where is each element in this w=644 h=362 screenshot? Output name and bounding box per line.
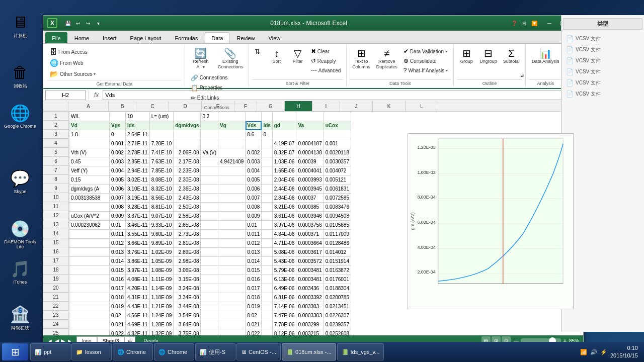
text-to-columns-btn[interactable]: ⊞ Text toColumns bbox=[350, 47, 373, 71]
panel-file-item[interactable]: 📄VCSV 文件 bbox=[563, 45, 642, 55]
cell-15-9[interactable]: 4.71E-06 bbox=[272, 239, 296, 248]
cell-1-0[interactable]: W/L bbox=[69, 112, 110, 121]
cell-18-8[interactable] bbox=[262, 266, 272, 275]
cell-11-11[interactable]: 0.0083476 bbox=[324, 203, 351, 212]
cell-10-4[interactable]: 2.43E-08 bbox=[174, 194, 201, 203]
cell-20-10[interactable]: 0.003436 bbox=[296, 284, 324, 293]
cell-1-3[interactable]: L= (um) bbox=[149, 112, 174, 121]
row-header-9[interactable]: 9 bbox=[43, 184, 68, 193]
cell-3-3[interactable] bbox=[149, 130, 174, 139]
cell-13-7[interactable]: 0.01 bbox=[246, 221, 262, 230]
cell-19-2[interactable]: 4.08E-11 bbox=[126, 275, 150, 284]
cell-14-4[interactable]: 2.73E-08 bbox=[174, 230, 201, 239]
cell-18-4[interactable]: 3.06E-08 bbox=[174, 266, 201, 275]
cell-20-4[interactable]: 3.24E-08 bbox=[174, 284, 201, 293]
cell-22-3[interactable]: 1.21E-09 bbox=[149, 302, 174, 311]
cell-7-7[interactable]: 0.004 bbox=[246, 166, 262, 175]
cell-6-9[interactable]: 1.03E-06 bbox=[272, 157, 296, 166]
cell-8-5[interactable] bbox=[201, 175, 218, 185]
header-cell-5[interactable] bbox=[201, 121, 218, 130]
row-header-11[interactable]: 11 bbox=[43, 202, 68, 211]
cell-4-3[interactable]: 7.20E-10 bbox=[149, 139, 174, 148]
cell-3-1[interactable]: 0 bbox=[110, 130, 126, 139]
cell-5-10[interactable]: 0.0004138 bbox=[296, 148, 324, 157]
cell-12-1[interactable]: 0.009 bbox=[110, 212, 126, 221]
cell-12-7[interactable]: 0.009 bbox=[246, 212, 262, 221]
cell-9-5[interactable] bbox=[201, 185, 218, 194]
cell-22-6[interactable] bbox=[218, 302, 246, 311]
row-header-7[interactable]: 7 bbox=[43, 166, 68, 175]
cell-5-5[interactable]: Va (V) bbox=[201, 148, 218, 157]
cell-7-6[interactable] bbox=[218, 166, 246, 175]
cell-12-0[interactable]: uCox (A/V^2 bbox=[69, 212, 110, 221]
cell-24-9[interactable]: 7.78E-06 bbox=[272, 320, 296, 329]
cell-24-5[interactable] bbox=[201, 320, 218, 329]
cell-22-10[interactable]: 0.003303 bbox=[296, 302, 324, 311]
start-button[interactable]: ⊞ bbox=[2, 343, 28, 360]
cell-7-10[interactable]: 0.0004041 bbox=[296, 166, 324, 175]
row-header-21[interactable]: 21 bbox=[43, 293, 68, 302]
cell-5-6[interactable] bbox=[218, 148, 246, 157]
cell-14-7[interactable]: 0.011 bbox=[246, 230, 262, 239]
formula-input[interactable] bbox=[103, 90, 581, 100]
ungroup-btn[interactable]: ⊟ Ungroup bbox=[477, 47, 500, 66]
cell-10-10[interactable]: 0.00037 bbox=[296, 194, 324, 203]
cell-9-8[interactable] bbox=[262, 185, 272, 194]
cell-7-11[interactable]: 0.004072 bbox=[324, 166, 351, 175]
header-cell-6[interactable]: Vg bbox=[218, 121, 246, 130]
desktop-icon-Google-Chrome[interactable]: 🌐Google Chrome bbox=[0, 101, 40, 132]
cell-23-1[interactable]: 0.02 bbox=[110, 311, 126, 320]
panel-file-item[interactable]: 📄VCSV 文件 bbox=[563, 67, 642, 77]
cell-19-3[interactable]: 1.11E-09 bbox=[149, 275, 174, 284]
cell-12-9[interactable]: 3.61E-06 bbox=[272, 212, 296, 221]
row-header-10[interactable]: 10 bbox=[43, 193, 68, 202]
cell-11-7[interactable]: 0.008 bbox=[246, 203, 262, 212]
panel-file-item[interactable]: 📄VCSV 文件 bbox=[563, 34, 642, 44]
tab-view[interactable]: View bbox=[262, 32, 287, 43]
cell-25-2[interactable]: 4.82E-11 bbox=[126, 329, 150, 336]
cell-8-8[interactable] bbox=[262, 175, 272, 185]
taskbar-item-018umxlsx[interactable]: 📗018um.xlsx -... bbox=[282, 343, 336, 360]
cell-23-6[interactable] bbox=[218, 311, 246, 320]
cell-15-3[interactable]: 9.89E-10 bbox=[149, 239, 174, 248]
cell-7-2[interactable]: 2.94E-11 bbox=[126, 166, 150, 175]
header-cell-2[interactable]: Ids bbox=[126, 121, 150, 130]
cell-8-4[interactable]: 2.30E-08 bbox=[174, 175, 201, 185]
taskbar-item-Idsvgsv[interactable]: 📗Ids_vgs_v... bbox=[337, 343, 384, 360]
cell-17-5[interactable] bbox=[201, 257, 218, 266]
cell-22-5[interactable] bbox=[201, 302, 218, 311]
cell-3-6[interactable] bbox=[218, 130, 246, 139]
cell-25-3[interactable]: 1.32E-09 bbox=[149, 329, 174, 336]
save-quick-btn[interactable]: 💾 bbox=[63, 19, 72, 28]
row-header-1[interactable]: 1 bbox=[43, 112, 68, 121]
cell-3-8[interactable]: 0 bbox=[262, 130, 272, 139]
cell-8-10[interactable]: 0.0003993 bbox=[296, 175, 324, 185]
cell-16-11[interactable]: 0.014012 bbox=[324, 248, 351, 257]
ribbon-toggle-btn[interactable]: ⊟ bbox=[520, 19, 529, 28]
cell-10-3[interactable]: 8.56E-10 bbox=[149, 194, 174, 203]
cell-21-9[interactable]: 6.81E-06 bbox=[272, 293, 296, 302]
cell-11-6[interactable] bbox=[218, 203, 246, 212]
cell-10-5[interactable] bbox=[201, 194, 218, 203]
col-A[interactable]: A bbox=[68, 101, 109, 111]
cell-6-3[interactable]: 7.63E-10 bbox=[149, 157, 174, 166]
tab-home[interactable]: Home bbox=[68, 32, 96, 43]
cell-11-8[interactable] bbox=[262, 203, 272, 212]
cell-11-4[interactable]: 2.50E-08 bbox=[174, 203, 201, 212]
cell-5-1[interactable]: 0.002 bbox=[110, 148, 126, 157]
header-cell-7[interactable]: Vds bbox=[246, 121, 262, 130]
cell-10-9[interactable]: 2.84E-06 bbox=[272, 194, 296, 203]
row-header-18[interactable]: 18 bbox=[43, 265, 68, 275]
cell-14-2[interactable]: 3.55E-11 bbox=[126, 230, 150, 239]
cell-23-0[interactable] bbox=[69, 311, 110, 320]
header-cell-11[interactable]: uCox bbox=[324, 121, 351, 130]
cell-17-2[interactable]: 3.86E-11 bbox=[126, 257, 150, 266]
cell-8-9[interactable]: 2.04E-06 bbox=[272, 175, 296, 185]
cell-13-10[interactable]: 0.0003756 bbox=[296, 221, 324, 230]
cell-7-8[interactable] bbox=[262, 166, 272, 175]
cell-18-11[interactable]: 0.0163872 bbox=[324, 266, 351, 275]
cell-5-2[interactable]: 2.78E-11 bbox=[126, 148, 150, 157]
cell-10-11[interactable]: 0.0072585 bbox=[324, 194, 351, 203]
cell-23-11[interactable]: 0.0226307 bbox=[324, 311, 351, 320]
cell-24-2[interactable]: 4.69E-11 bbox=[126, 320, 150, 329]
